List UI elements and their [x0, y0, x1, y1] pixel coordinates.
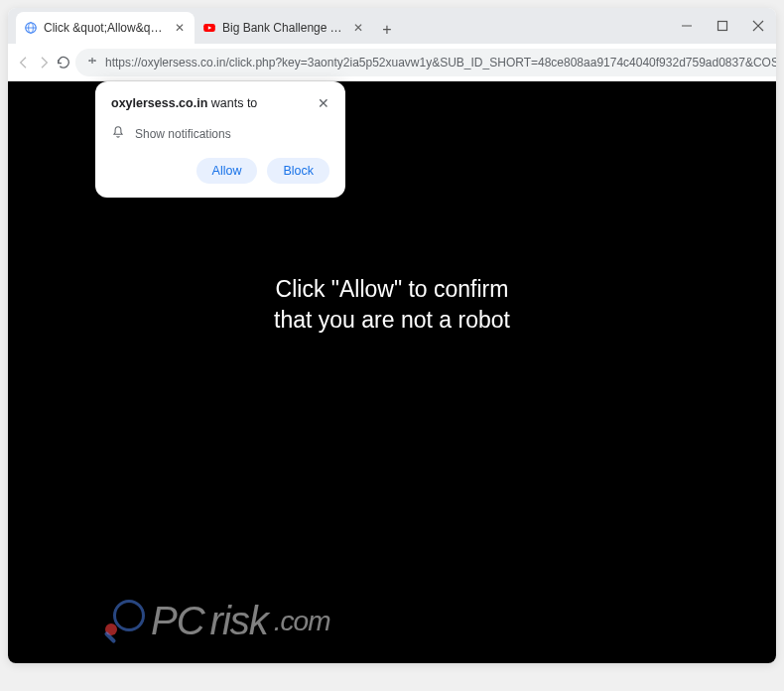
address-bar[interactable]: https://oxylersess.co.in/click.php?key=3… — [75, 49, 776, 76]
browser-window: Click &quot;Allow&quot; ✕ Big Bank Chall… — [8, 8, 776, 663]
back-button[interactable] — [16, 49, 32, 76]
svg-rect-5 — [719, 22, 727, 31]
close-window-button[interactable] — [740, 8, 776, 44]
message-line-2: that you are not a robot — [274, 305, 510, 336]
new-tab-button[interactable]: + — [373, 16, 401, 44]
magnifier-icon — [101, 600, 145, 643]
reload-button[interactable] — [56, 49, 71, 76]
page-content: oxylersess.co.in wants to ✕ Show notific… — [8, 81, 776, 663]
close-icon[interactable]: ✕ — [318, 95, 329, 111]
watermark-pc: PC — [151, 599, 204, 643]
forward-button[interactable] — [36, 49, 52, 76]
url-text: https://oxylersess.co.in/click.php?key=3… — [105, 56, 776, 69]
allow-button[interactable]: Allow — [196, 158, 258, 184]
permission-wants-to: wants to — [211, 96, 258, 110]
permission-domain: oxylersess.co.in — [111, 96, 207, 110]
watermark: PCrisk.com — [101, 599, 329, 643]
bell-icon — [111, 125, 125, 142]
watermark-risk: risk — [210, 599, 268, 643]
close-icon[interactable]: ✕ — [173, 21, 187, 35]
message-line-1: Click "Allow" to confirm — [274, 274, 510, 305]
globe-icon — [24, 21, 38, 35]
permission-prompt: oxylersess.co.in wants to ✕ Show notific… — [95, 81, 345, 198]
minimize-button[interactable] — [669, 8, 705, 44]
permission-title: oxylersess.co.in wants to — [111, 96, 257, 110]
tab-strip: Click &quot;Allow&quot; ✕ Big Bank Chall… — [8, 8, 776, 44]
permission-item-label: Show notifications — [135, 127, 231, 141]
block-button[interactable]: Block — [267, 158, 329, 184]
tab-active[interactable]: Click &quot;Allow&quot; ✕ — [16, 12, 195, 44]
toolbar: https://oxylersess.co.in/click.php?key=3… — [8, 44, 776, 81]
page-message: Click "Allow" to confirm that you are no… — [274, 274, 510, 336]
tab-inactive[interactable]: Big Bank Challenge TIKTOK #ti ✕ — [195, 12, 373, 44]
tab-title: Big Bank Challenge TIKTOK #ti — [222, 21, 345, 35]
site-info-icon[interactable] — [85, 54, 99, 70]
window-controls — [669, 8, 776, 44]
youtube-icon — [202, 21, 216, 35]
watermark-com: .com — [274, 606, 330, 637]
maximize-button[interactable] — [705, 8, 740, 44]
close-icon[interactable]: ✕ — [351, 21, 365, 35]
tab-title: Click &quot;Allow&quot; — [44, 21, 167, 35]
